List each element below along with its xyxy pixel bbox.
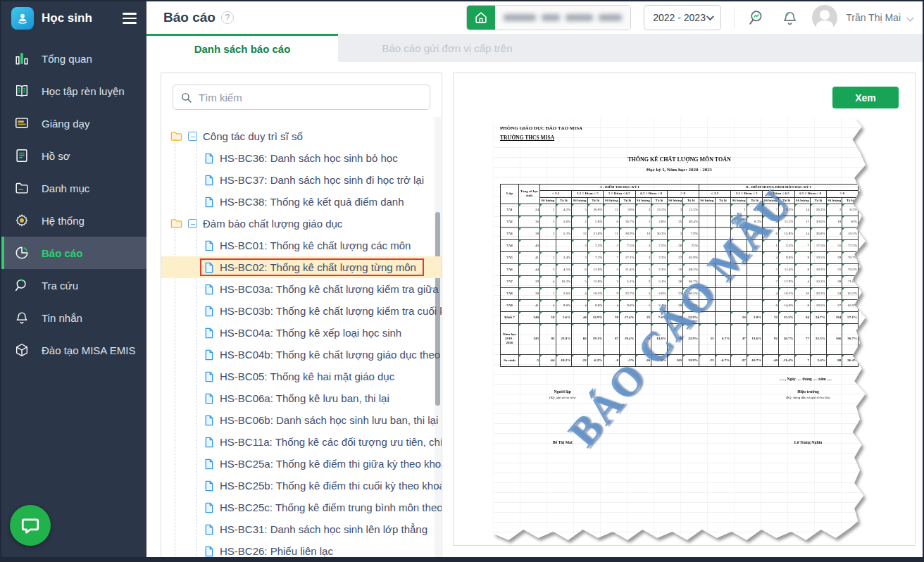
tree-item-label: HS-BC11a: Thống kê các đối tượng ưu tiên… — [220, 436, 442, 448]
table-cell: 8.3% — [842, 204, 859, 216]
tree-item[interactable]: HS-BC36: Danh sách học sinh bỏ học — [161, 147, 442, 169]
table-cell — [715, 311, 731, 323]
tree-folder[interactable]: Đảm bảo chất lượng giáo dục — [161, 213, 442, 235]
tree-item[interactable]: HS-BC25b: Thống kê điểm thi cuối kỳ theo… — [161, 475, 442, 497]
table-cell: 77.5% — [842, 239, 859, 251]
tree-item[interactable]: HS-BC31: Danh sách học sinh lên lớp thẳn… — [161, 518, 442, 540]
search-input[interactable] — [199, 92, 423, 104]
tree-item[interactable]: HS-BC25a: Thống kê điểm thi giữa kỳ theo… — [161, 453, 442, 475]
report-preview-panel: Xem PHÒNG GIÁO DỤC ĐÀO TẠO MISA TRƯỜNG T… — [453, 73, 916, 546]
report-table-row: 7A33825.3%1231.6%1128.9%1026.3%37.9%513.… — [501, 227, 859, 239]
sub-col-header: Số lượng — [635, 197, 651, 204]
view-report-button[interactable]: Xem — [832, 87, 899, 108]
table-cell: 65.9% — [842, 299, 859, 311]
table-cell: 30.6% — [811, 216, 827, 227]
file-icon — [204, 437, 214, 448]
organization-selector[interactable] — [466, 5, 631, 30]
table-cell: 71.8% — [842, 275, 859, 287]
chat-support-button[interactable] — [10, 505, 51, 546]
app-title: Học sinh — [42, 11, 123, 25]
table-cell: 10 — [731, 311, 747, 323]
table-cell — [556, 239, 572, 251]
selected-report-highlight[interactable]: HS-BC02: Thống kê chất lượng từng môn — [200, 258, 424, 276]
table-cell: 9.8% — [587, 299, 604, 311]
tree-item[interactable]: HS-BC01: Thống kê chất lượng các môn — [161, 235, 442, 256]
user-name: Trần Thị Mai — [846, 12, 901, 23]
table-cell: 6.7% — [715, 323, 731, 354]
table-cell: 50% — [619, 204, 635, 216]
table-cell: 4 — [763, 251, 779, 263]
tree-item-label: HS-BC05: Thống kê hai mặt giáo dục — [220, 370, 394, 382]
row-total: 36 — [519, 216, 540, 227]
tree-item[interactable]: HS-BC03a: Thống kê chất lượng kiểm tra g… — [161, 278, 442, 300]
tree-item[interactable]: HS-BC05: Thống kê hai mặt giáo dục — [161, 366, 442, 387]
tree-item[interactable]: HS-BC02: Thống kê chất lượng từng môn — [161, 256, 442, 278]
row-total: 41 — [519, 299, 540, 311]
tree-item[interactable]: HS-BC26: Phiếu liên lạc — [161, 540, 442, 558]
file-icon — [204, 415, 214, 426]
tree-item[interactable]: HS-BC06a: Thống kê lưu ban, thi lại — [161, 387, 442, 409]
table-cell — [747, 275, 763, 287]
sidebar-item-7[interactable]: Báo cáo — [1, 237, 146, 269]
hamburger-menu-icon[interactable] — [123, 13, 137, 24]
table-cell: 8 — [794, 251, 811, 263]
table-cell: 12.5% — [651, 204, 668, 216]
sidebar-item-2[interactable]: Học tập rèn luyện — [1, 75, 146, 107]
sidebar-item-1[interactable]: Tổng quan — [1, 42, 146, 75]
signature-date-line: ......, Ngày ..... tháng ..... năm ..... — [779, 377, 832, 381]
tree-item[interactable]: HS-BC04a: Thống kê xếp loại học sinh — [161, 322, 442, 344]
home-icon — [473, 10, 489, 25]
sidebar-item-6[interactable]: Hệ thống — [1, 204, 146, 237]
collapse-icon[interactable] — [188, 132, 197, 141]
table-cell: 2 — [540, 227, 556, 239]
tree-item[interactable]: HS-BC03b: Thống kê chất lượng kiểm tra c… — [161, 300, 442, 322]
user-menu-chevron-icon[interactable] — [907, 14, 914, 21]
global-search-button[interactable] — [747, 8, 767, 27]
table-cell: 7.9% — [683, 227, 699, 239]
band-header: 3.5 ≤ Điểm < 5 — [572, 191, 604, 197]
file-icon — [204, 349, 214, 361]
report-table-row: So sánh-5-64-18.2%-22-6.2%-8-2%-26-7.4%1… — [501, 354, 859, 366]
sidebar-item-9[interactable]: Tin nhắn — [1, 301, 146, 334]
gear-icon — [13, 212, 30, 229]
tree-item[interactable]: HS-BC25c: Thống kê điểm trung bình môn t… — [161, 497, 442, 518]
tree-item-label: HS-BC04a: Thống kê xếp loại học sinh — [220, 327, 401, 339]
help-icon[interactable]: ? — [221, 11, 234, 24]
home-button[interactable] — [467, 6, 495, 30]
sidebar-item-label: Đào tạo MISA EMIS — [42, 344, 135, 356]
presentation-icon — [13, 115, 30, 132]
table-cell: 2.6% — [556, 287, 572, 299]
sub-col-header: Số lượng — [572, 197, 588, 204]
school-year-select[interactable]: 2022 - 2023 — [644, 5, 721, 30]
table-cell — [747, 299, 763, 311]
tree-folder[interactable]: Công tác duy trì sĩ số — [161, 125, 442, 147]
collapse-icon[interactable] — [188, 219, 197, 228]
sidebar-item-5[interactable]: Danh mục — [1, 172, 146, 204]
sidebar-item-10[interactable]: Đào tạo MISA EMIS — [1, 334, 146, 366]
band-header: < 3.5 — [540, 191, 572, 197]
report-table-row: 7A23625.6%25.6%616.7%12.8%2569.4%38.3%41… — [501, 216, 859, 227]
top-bar-right: 2022 - 2023 Trần Thị Mai — [466, 5, 923, 30]
tree-item[interactable]: HS-BC06b: Danh sách học sinh lưu ban, th… — [161, 409, 442, 431]
tab-reports-to-superior[interactable]: Báo cáo gửi đơn vị cấp trên — [338, 34, 556, 62]
table-cell: 1 — [635, 263, 651, 275]
tree-item[interactable]: HS-BC04b: Thống kê chất lượng giáo dục t… — [161, 344, 442, 366]
sidebar-item-8[interactable]: Tra cứu — [1, 269, 146, 301]
row-label: 7A1 — [501, 204, 519, 216]
tree-item[interactable]: HS-BC11a: Thống kê các đối tượng ưu tiên… — [161, 431, 442, 453]
table-cell: 7 — [794, 239, 811, 251]
report-table-row: 7A44037.5%37.5%37.5%3075%12.5%717.5%3177… — [501, 239, 859, 251]
sidebar-item-3[interactable]: Giảng dạy — [1, 107, 146, 139]
file-icon — [204, 240, 214, 251]
table-cell: 27 — [826, 299, 842, 311]
tree-item[interactable]: HS-BC37: Danh sách học sinh đi học trở l… — [161, 169, 442, 191]
sidebar-item-4[interactable]: Hồ sơ — [1, 139, 146, 172]
tree-item[interactable]: HS-BC38: Thống kê kết quả điểm danh — [161, 191, 442, 213]
user-avatar[interactable] — [812, 5, 837, 30]
file-icon — [204, 480, 214, 492]
search-box[interactable] — [173, 85, 430, 110]
notifications-button[interactable] — [780, 8, 799, 27]
tab-report-list[interactable]: Danh sách báo cáo — [146, 34, 338, 62]
tree-item-label: HS-BC03b: Thống kê chất lượng kiểm tra c… — [220, 305, 442, 317]
tree-item-label: HS-BC04b: Thống kê chất lượng giáo dục t… — [220, 349, 442, 361]
